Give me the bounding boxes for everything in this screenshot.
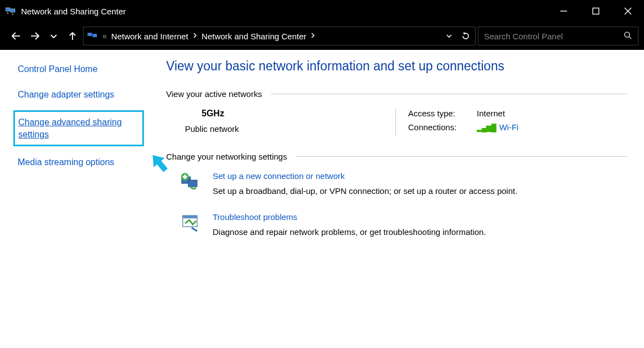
svg-rect-4 (7, 12, 8, 14)
breadcrumb-prefix: « (102, 32, 107, 40)
chevron-right-icon (311, 32, 315, 40)
address-bar[interactable]: « Network and Internet Network and Shari… (83, 27, 476, 45)
network-type: Public network (185, 124, 395, 134)
close-button[interactable] (612, 0, 644, 22)
network-details: Access type: Internet Connections: ▂▄▆█W… (395, 109, 518, 136)
divider (296, 156, 627, 157)
network-identity: 5GHz Public network (185, 109, 395, 136)
svg-rect-22 (183, 176, 187, 178)
action-troubleshoot: Troubleshoot problems Diagnose and repai… (179, 212, 627, 237)
network-name: 5GHz (202, 109, 395, 119)
action-new-connection: Set up a new connection or network Set u… (179, 171, 627, 196)
section-active-networks: View your active networks (166, 89, 627, 99)
divider (271, 94, 627, 94)
connections-label: Connections: (408, 122, 469, 132)
control-panel-home-link[interactable]: Control Panel Home (18, 63, 161, 75)
page-heading: View your basic network information and … (166, 59, 627, 74)
search-input[interactable] (484, 32, 624, 41)
address-history-button[interactable] (443, 33, 455, 39)
svg-point-15 (625, 32, 630, 37)
minimize-button[interactable] (548, 0, 580, 22)
window-titlebar: Network and Sharing Center (0, 0, 644, 22)
sidebar-link-advanced-sharing[interactable]: Change advanced sharing settings (18, 116, 137, 141)
troubleshoot-icon (179, 212, 202, 234)
location-icon (87, 30, 98, 42)
window-controls (548, 0, 644, 22)
highlight-box: Change advanced sharing settings (13, 110, 144, 146)
svg-line-16 (629, 37, 631, 39)
active-network-row: 5GHz Public network Access type: Interne… (185, 109, 627, 136)
svg-rect-5 (12, 13, 13, 15)
svg-rect-14 (92, 34, 97, 37)
section-change-settings: Change your networking settings (166, 152, 627, 161)
sidebar-link-media-streaming[interactable]: Media streaming options (18, 156, 161, 168)
window-title: Network and Sharing Center (21, 7, 548, 16)
section-label: View your active networks (166, 89, 262, 99)
sidebar-link-adapter-settings[interactable]: Change adapter settings (18, 89, 161, 101)
maximize-button[interactable] (580, 0, 612, 22)
connection-link[interactable]: Wi-Fi (499, 122, 518, 132)
action-title-link[interactable]: Troubleshoot problems (213, 212, 486, 222)
svg-rect-1 (11, 9, 15, 12)
chevron-right-icon (193, 32, 197, 40)
main-panel: View your basic network information and … (166, 50, 644, 348)
svg-rect-19 (188, 180, 197, 187)
action-description: Diagnose and repair network problems, or… (213, 227, 486, 237)
action-description: Set up a broadband, dial-up, or VPN conn… (213, 186, 517, 196)
up-button[interactable] (64, 28, 81, 44)
wifi-signal-icon: ▂▄▆█ (477, 124, 496, 132)
svg-rect-13 (87, 33, 92, 36)
svg-rect-24 (183, 216, 197, 218)
section-label: Change your networking settings (166, 152, 287, 161)
search-icon[interactable] (624, 31, 632, 42)
access-type-value: Internet (477, 109, 505, 118)
breadcrumb-item[interactable]: Network and Sharing Center (202, 32, 306, 41)
svg-rect-0 (6, 8, 10, 11)
svg-rect-7 (593, 8, 599, 14)
refresh-button[interactable] (460, 32, 472, 40)
breadcrumb-item[interactable]: Network and Internet (111, 32, 188, 41)
control-panel-icon (6, 6, 16, 16)
action-title-link[interactable]: Set up a new connection or network (213, 171, 517, 181)
search-box[interactable] (478, 27, 638, 45)
access-type-label: Access type: (408, 109, 469, 118)
sidebar: Control Panel Home Change adapter settin… (0, 50, 166, 348)
recent-locations-button[interactable] (45, 28, 62, 44)
new-connection-icon (179, 171, 202, 193)
forward-button[interactable] (27, 28, 43, 44)
navigation-bar: « Network and Internet Network and Shari… (0, 22, 644, 50)
back-button[interactable] (8, 28, 24, 44)
content-area: Control Panel Home Change adapter settin… (0, 50, 644, 348)
